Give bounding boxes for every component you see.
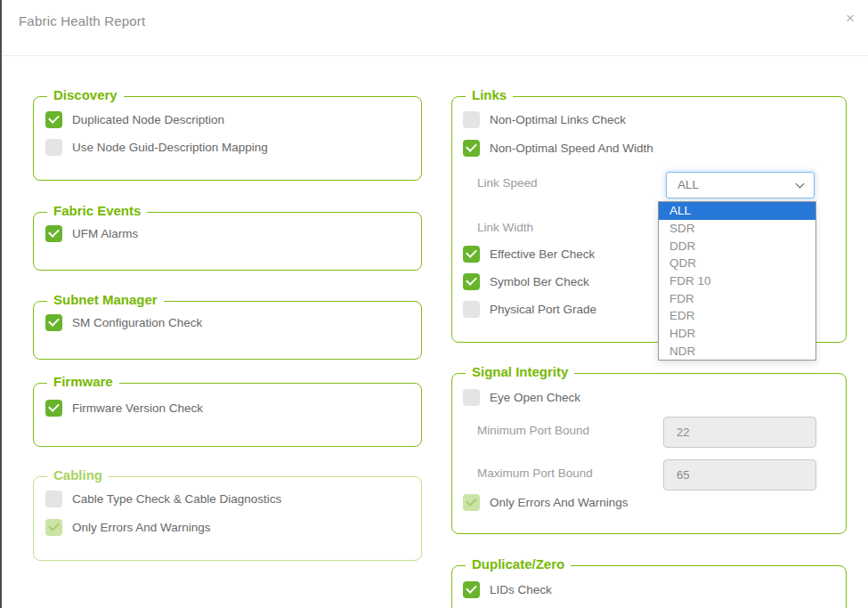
section-discovery: Discovery Duplicated Node Description Us… — [33, 96, 422, 181]
section-cabling-legend: Cabling — [47, 467, 109, 482]
section-firmware-legend: Firmware — [47, 374, 119, 389]
minimum-port-bound-label: Minimum Port Bound — [477, 424, 589, 437]
checkbox-cable-type-check[interactable] — [45, 490, 62, 507]
maximum-port-bound-input — [663, 459, 816, 490]
label-non-optimal-links-check: Non-Optimal Links Check — [490, 113, 626, 126]
section-fabric-events: Fabric Events UFM Alarms — [33, 212, 422, 271]
section-duplicate-zero-legend: Duplicate/Zero — [466, 556, 571, 572]
section-firmware: Firmware Firmware Version Check — [33, 383, 422, 447]
section-signal-integrity: Signal Integrity Eye Open Check Minimum … — [451, 373, 847, 534]
chevron-down-icon — [796, 180, 805, 189]
label-effective-ber-check: Effective Ber Check — [490, 247, 595, 261]
link-speed-select[interactable]: ALL — [666, 172, 815, 199]
row-symbol-ber-check: Symbol Ber Check — [463, 272, 589, 290]
dropdown-option-all[interactable]: ALL — [659, 202, 815, 220]
row-non-optimal-links-check: Non-Optimal Links Check — [463, 110, 626, 128]
close-icon[interactable]: × — [846, 11, 855, 26]
checkbox-cabling-only-errors-and-warnings — [45, 519, 62, 536]
label-firmware-version-check: Firmware Version Check — [72, 401, 203, 415]
link-speed-dropdown-list: ALL SDR DDR QDR FDR 10 FDR EDR HDR NDR — [658, 201, 816, 361]
checkbox-physical-port-grade[interactable] — [463, 301, 480, 318]
checkbox-duplicated-node-description[interactable] — [45, 111, 62, 128]
dropdown-option-fdr10[interactable]: FDR 10 — [659, 272, 815, 290]
section-discovery-legend: Discovery — [47, 87, 124, 102]
dialog-title: Fabric Health Report — [19, 13, 145, 28]
row-duplicated-node-description: Duplicated Node Description — [45, 110, 224, 128]
checkbox-non-optimal-links-check[interactable] — [463, 111, 480, 128]
checkbox-sm-configuration-check[interactable] — [45, 314, 62, 331]
checkbox-symbol-ber-check[interactable] — [463, 273, 480, 290]
maximum-port-bound-label: Maximum Port Bound — [477, 466, 593, 480]
row-sm-configuration-check: SM Configuration Check — [45, 313, 202, 331]
dropdown-option-sdr[interactable]: SDR — [659, 220, 815, 238]
label-duplicated-node-description: Duplicated Node Description — [72, 113, 224, 126]
row-firmware-version-check: Firmware Version Check — [45, 399, 203, 417]
row-ufm-alarms: UFM Alarms — [45, 224, 138, 242]
section-subnet-manager: Subnet Manager SM Configuration Check — [33, 301, 422, 360]
row-use-node-guid-description-mapping: Use Node Guid-Description Mapping — [45, 138, 268, 156]
checkbox-use-node-guid-description-mapping[interactable] — [45, 139, 62, 156]
section-subnet-manager-legend: Subnet Manager — [47, 292, 164, 307]
label-signal-only-errors-and-warnings: Only Errors And Warnings — [490, 496, 629, 509]
dropdown-option-hdr[interactable]: HDR — [659, 325, 815, 343]
checkbox-non-optimal-speed-and-width[interactable] — [463, 140, 480, 157]
row-effective-ber-check: Effective Ber Check — [463, 245, 595, 263]
row-signal-only-errors-and-warnings: Only Errors And Warnings — [463, 493, 629, 511]
checkbox-lids-check[interactable] — [463, 581, 480, 598]
link-speed-label: Link Speed — [477, 176, 538, 190]
fabric-health-report-dialog: Fabric Health Report × Discovery Duplica… — [0, 0, 868, 608]
label-sm-configuration-check: SM Configuration Check — [72, 316, 202, 329]
label-cabling-only-errors-and-warnings: Only Errors And Warnings — [72, 521, 211, 534]
checkbox-effective-ber-check[interactable] — [463, 246, 480, 263]
minimum-port-bound-input — [663, 417, 816, 448]
label-symbol-ber-check: Symbol Ber Check — [490, 275, 589, 288]
section-links-legend: Links — [466, 87, 513, 102]
row-non-optimal-speed-and-width: Non-Optimal Speed And Width — [463, 139, 653, 157]
dropdown-option-qdr[interactable]: QDR — [659, 255, 815, 272]
header-divider — [2, 55, 868, 56]
row-physical-port-grade: Physical Port Grade — [463, 300, 596, 318]
label-eye-open-check: Eye Open Check — [490, 391, 580, 404]
dropdown-option-ddr[interactable]: DDR — [659, 237, 815, 255]
section-fabric-events-legend: Fabric Events — [47, 203, 147, 218]
checkbox-signal-only-errors-and-warnings — [463, 494, 480, 511]
dropdown-option-edr[interactable]: EDR — [659, 307, 815, 325]
section-duplicate-zero: Duplicate/Zero LIDs Check — [451, 565, 847, 608]
label-use-node-guid-description-mapping: Use Node Guid-Description Mapping — [72, 141, 268, 154]
row-lids-check: LIDs Check — [463, 580, 552, 598]
link-speed-selected-value: ALL — [677, 178, 699, 191]
label-lids-check: LIDs Check — [490, 583, 552, 596]
row-cable-type-check: Cable Type Check & Cable Diagnostics — [45, 490, 281, 507]
label-cable-type-check: Cable Type Check & Cable Diagnostics — [72, 492, 281, 506]
section-cabling: Cabling Cable Type Check & Cable Diagnos… — [33, 476, 422, 561]
dropdown-option-fdr[interactable]: FDR — [659, 289, 815, 307]
checkbox-firmware-version-check[interactable] — [45, 400, 62, 417]
row-cabling-only-errors-and-warnings: Only Errors And Warnings — [45, 518, 211, 536]
label-physical-port-grade: Physical Port Grade — [490, 303, 596, 316]
link-width-label: Link Width — [477, 221, 533, 234]
checkbox-eye-open-check[interactable] — [463, 389, 480, 406]
section-signal-integrity-legend: Signal Integrity — [466, 364, 574, 379]
checkbox-ufm-alarms[interactable] — [45, 225, 62, 242]
label-non-optimal-speed-and-width: Non-Optimal Speed And Width — [490, 142, 653, 155]
label-ufm-alarms: UFM Alarms — [72, 227, 138, 240]
row-eye-open-check: Eye Open Check — [463, 388, 580, 406]
dropdown-option-ndr[interactable]: NDR — [659, 343, 815, 361]
